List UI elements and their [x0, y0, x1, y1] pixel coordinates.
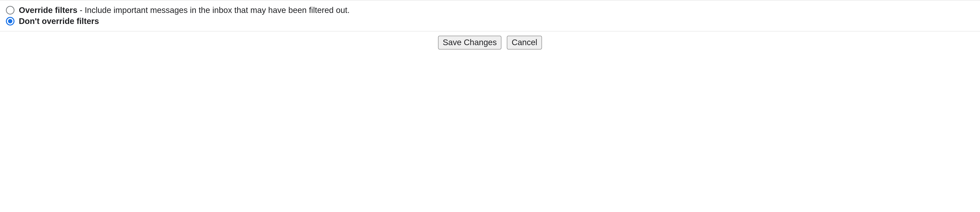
cancel-button[interactable]: Cancel — [507, 36, 542, 50]
radio-label-dont-override-title: Don't override filters — [19, 16, 99, 26]
radio-row-dont-override[interactable]: Don't override filters — [6, 16, 974, 26]
radio-label-override-title: Override filters — [19, 5, 78, 15]
radio-label-override: Override filters - Include important mes… — [19, 5, 350, 15]
radio-row-override[interactable]: Override filters - Include important mes… — [6, 5, 974, 15]
filter-override-section: Override filters - Include important mes… — [0, 0, 980, 31]
button-row: Save Changes Cancel — [0, 31, 980, 54]
radio-selected-dot — [8, 19, 12, 23]
radio-dont-override-filters[interactable] — [6, 17, 14, 26]
radio-override-filters[interactable] — [6, 6, 14, 14]
save-button[interactable]: Save Changes — [438, 36, 501, 50]
radio-label-dont-override: Don't override filters — [19, 16, 99, 26]
radio-label-override-desc: - Include important messages in the inbo… — [78, 5, 350, 15]
